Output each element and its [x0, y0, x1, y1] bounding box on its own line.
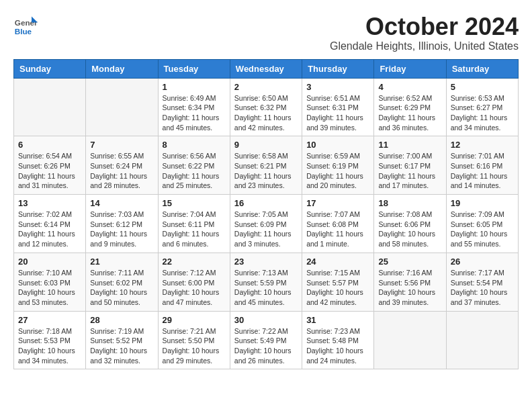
calendar-cell: 10Sunrise: 6:59 AMSunset: 6:19 PMDayligh…: [302, 136, 374, 195]
day-number: 17: [306, 198, 369, 208]
day-info: Sunrise: 7:23 AMSunset: 5:48 PMDaylight:…: [306, 326, 369, 366]
day-info: Sunrise: 6:52 AMSunset: 6:29 PMDaylight:…: [378, 93, 441, 133]
day-number: 5: [451, 82, 514, 92]
col-header-friday: Friday: [374, 59, 446, 78]
day-number: 7: [90, 140, 153, 150]
day-number: 21: [90, 257, 153, 267]
calendar-cell: 17Sunrise: 7:07 AMSunset: 6:08 PMDayligh…: [302, 195, 374, 253]
calendar-cell: 21Sunrise: 7:11 AMSunset: 6:02 PMDayligh…: [86, 253, 158, 311]
calendar-cell: 27Sunrise: 7:18 AMSunset: 5:53 PMDayligh…: [14, 311, 86, 369]
day-number: 28: [90, 315, 153, 325]
day-info: Sunrise: 6:53 AMSunset: 6:27 PMDaylight:…: [451, 93, 514, 133]
day-info: Sunrise: 7:05 AMSunset: 6:09 PMDaylight:…: [234, 210, 298, 249]
calendar-cell: 25Sunrise: 7:16 AMSunset: 5:56 PMDayligh…: [374, 253, 446, 311]
col-header-sunday: Sunday: [14, 59, 86, 78]
calendar-cell: 12Sunrise: 7:01 AMSunset: 6:16 PMDayligh…: [446, 136, 518, 195]
calendar-cell: 4Sunrise: 6:52 AMSunset: 6:29 PMDaylight…: [374, 78, 446, 136]
logo: General Blue: [13, 13, 40, 38]
day-number: 24: [306, 257, 369, 267]
calendar-cell: 29Sunrise: 7:21 AMSunset: 5:50 PMDayligh…: [158, 311, 230, 369]
day-number: 10: [306, 140, 369, 150]
day-number: 22: [163, 257, 226, 267]
day-info: Sunrise: 6:50 AMSunset: 6:32 PMDaylight:…: [234, 93, 298, 133]
week-row-1: 1Sunrise: 6:49 AMSunset: 6:34 PMDaylight…: [14, 78, 519, 136]
day-number: 12: [451, 140, 514, 150]
day-number: 15: [163, 198, 226, 208]
week-row-3: 13Sunrise: 7:02 AMSunset: 6:14 PMDayligh…: [14, 195, 519, 253]
calendar-cell: 16Sunrise: 7:05 AMSunset: 6:09 PMDayligh…: [230, 195, 302, 253]
col-header-saturday: Saturday: [446, 59, 518, 78]
calendar-cell: [374, 311, 446, 369]
calendar-cell: 7Sunrise: 6:55 AMSunset: 6:24 PMDaylight…: [86, 136, 158, 195]
day-info: Sunrise: 7:04 AMSunset: 6:11 PMDaylight:…: [163, 210, 226, 249]
calendar-cell: 31Sunrise: 7:23 AMSunset: 5:48 PMDayligh…: [302, 311, 374, 369]
day-number: 26: [451, 257, 514, 267]
day-number: 27: [18, 315, 81, 325]
calendar-cell: 23Sunrise: 7:13 AMSunset: 5:59 PMDayligh…: [230, 253, 302, 311]
day-info: Sunrise: 7:10 AMSunset: 6:03 PMDaylight:…: [18, 268, 81, 308]
location-title: Glendale Heights, Illinois, United State…: [330, 40, 519, 52]
day-info: Sunrise: 6:54 AMSunset: 6:26 PMDaylight:…: [18, 151, 81, 191]
calendar-cell: 26Sunrise: 7:17 AMSunset: 5:54 PMDayligh…: [446, 253, 518, 311]
calendar-cell: 3Sunrise: 6:51 AMSunset: 6:31 PMDaylight…: [302, 78, 374, 136]
month-title: October 2024: [330, 13, 519, 40]
week-row-2: 6Sunrise: 6:54 AMSunset: 6:26 PMDaylight…: [14, 136, 519, 195]
calendar-cell: 30Sunrise: 7:22 AMSunset: 5:49 PMDayligh…: [230, 311, 302, 369]
calendar-cell: 14Sunrise: 7:03 AMSunset: 6:12 PMDayligh…: [86, 195, 158, 253]
day-number: 19: [451, 198, 514, 208]
day-number: 23: [234, 257, 298, 267]
calendar-cell: 24Sunrise: 7:15 AMSunset: 5:57 PMDayligh…: [302, 253, 374, 311]
calendar-cell: 8Sunrise: 6:56 AMSunset: 6:22 PMDaylight…: [158, 136, 230, 195]
day-number: 25: [378, 257, 441, 267]
col-header-tuesday: Tuesday: [158, 59, 230, 78]
day-number: 4: [378, 82, 441, 92]
col-header-monday: Monday: [86, 59, 158, 78]
calendar-cell: 20Sunrise: 7:10 AMSunset: 6:03 PMDayligh…: [14, 253, 86, 311]
week-row-4: 20Sunrise: 7:10 AMSunset: 6:03 PMDayligh…: [14, 253, 519, 311]
day-number: 30: [234, 315, 298, 325]
day-number: 16: [234, 198, 298, 208]
day-info: Sunrise: 7:00 AMSunset: 6:17 PMDaylight:…: [378, 151, 441, 191]
day-number: 13: [18, 198, 81, 208]
calendar-cell: 11Sunrise: 7:00 AMSunset: 6:17 PMDayligh…: [374, 136, 446, 195]
calendar-cell: 5Sunrise: 6:53 AMSunset: 6:27 PMDaylight…: [446, 78, 518, 136]
day-info: Sunrise: 6:58 AMSunset: 6:21 PMDaylight:…: [234, 151, 298, 191]
day-number: 2: [234, 82, 298, 92]
day-info: Sunrise: 7:22 AMSunset: 5:49 PMDaylight:…: [234, 326, 298, 366]
day-number: 6: [18, 140, 81, 150]
day-number: 20: [18, 257, 81, 267]
svg-text:Blue: Blue: [15, 27, 32, 36]
day-number: 11: [378, 140, 441, 150]
day-info: Sunrise: 6:49 AMSunset: 6:34 PMDaylight:…: [163, 93, 226, 133]
day-info: Sunrise: 7:03 AMSunset: 6:12 PMDaylight:…: [90, 210, 153, 249]
day-info: Sunrise: 7:19 AMSunset: 5:52 PMDaylight:…: [90, 326, 153, 366]
page-header: General Blue October 2024 Glendale Heigh…: [13, 13, 519, 52]
day-info: Sunrise: 7:21 AMSunset: 5:50 PMDaylight:…: [163, 326, 226, 366]
calendar-cell: 19Sunrise: 7:09 AMSunset: 6:05 PMDayligh…: [446, 195, 518, 253]
day-info: Sunrise: 7:01 AMSunset: 6:16 PMDaylight:…: [451, 151, 514, 191]
calendar-cell: 28Sunrise: 7:19 AMSunset: 5:52 PMDayligh…: [86, 311, 158, 369]
day-number: 18: [378, 198, 441, 208]
calendar-cell: 22Sunrise: 7:12 AMSunset: 6:00 PMDayligh…: [158, 253, 230, 311]
title-block: October 2024 Glendale Heights, Illinois,…: [330, 13, 519, 52]
calendar-cell: 13Sunrise: 7:02 AMSunset: 6:14 PMDayligh…: [14, 195, 86, 253]
calendar-cell: 9Sunrise: 6:58 AMSunset: 6:21 PMDaylight…: [230, 136, 302, 195]
calendar-cell: 15Sunrise: 7:04 AMSunset: 6:11 PMDayligh…: [158, 195, 230, 253]
day-number: 29: [163, 315, 226, 325]
day-info: Sunrise: 7:08 AMSunset: 6:06 PMDaylight:…: [378, 210, 441, 249]
day-number: 31: [306, 315, 369, 325]
day-info: Sunrise: 7:13 AMSunset: 5:59 PMDaylight:…: [234, 268, 298, 308]
day-info: Sunrise: 7:18 AMSunset: 5:53 PMDaylight:…: [18, 326, 81, 366]
calendar-table: SundayMondayTuesdayWednesdayThursdayFrid…: [13, 59, 519, 370]
calendar-cell: 2Sunrise: 6:50 AMSunset: 6:32 PMDaylight…: [230, 78, 302, 136]
day-info: Sunrise: 6:56 AMSunset: 6:22 PMDaylight:…: [163, 151, 226, 191]
day-number: 9: [234, 140, 298, 150]
calendar-cell: 1Sunrise: 6:49 AMSunset: 6:34 PMDaylight…: [158, 78, 230, 136]
day-info: Sunrise: 6:55 AMSunset: 6:24 PMDaylight:…: [90, 151, 153, 191]
day-number: 8: [163, 140, 226, 150]
day-info: Sunrise: 7:16 AMSunset: 5:56 PMDaylight:…: [378, 268, 441, 308]
calendar-cell: 6Sunrise: 6:54 AMSunset: 6:26 PMDaylight…: [14, 136, 86, 195]
day-info: Sunrise: 6:59 AMSunset: 6:19 PMDaylight:…: [306, 151, 369, 191]
week-row-5: 27Sunrise: 7:18 AMSunset: 5:53 PMDayligh…: [14, 311, 519, 369]
day-info: Sunrise: 7:11 AMSunset: 6:02 PMDaylight:…: [90, 268, 153, 308]
